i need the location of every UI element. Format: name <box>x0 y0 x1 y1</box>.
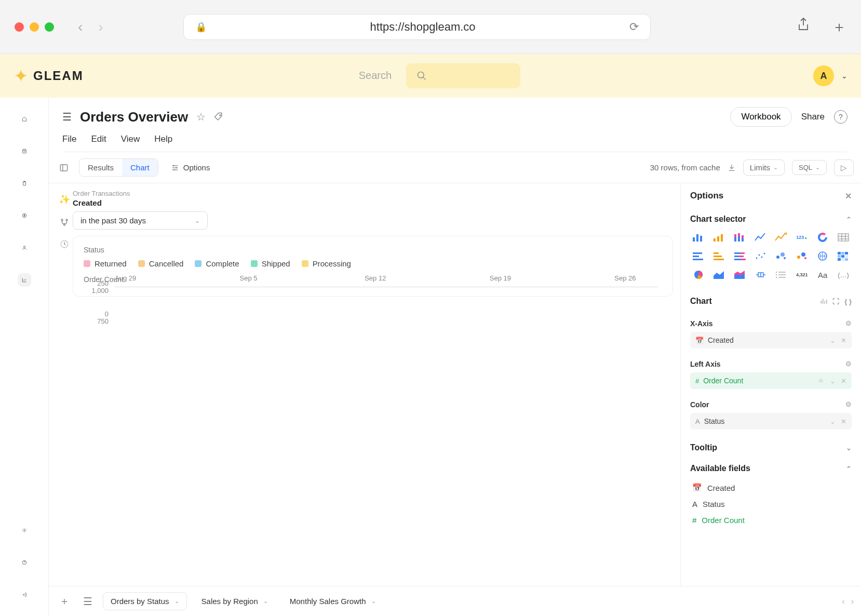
chart-type-number[interactable]: 123▲ <box>793 230 810 245</box>
tab-list-icon[interactable]: ☰ <box>80 592 96 611</box>
code-icon[interactable]: { } <box>844 298 852 305</box>
filter-select[interactable]: in the past 30 days ⌄ <box>73 211 208 230</box>
download-icon[interactable] <box>728 164 736 172</box>
tab-results[interactable]: Results <box>79 159 122 176</box>
tag-icon[interactable] <box>214 112 223 122</box>
chart-type-area[interactable] <box>711 267 728 282</box>
sliders-icon[interactable]: ⚙ <box>845 360 852 368</box>
close-icon[interactable]: ✕ <box>845 191 852 201</box>
sliders-icon[interactable]: ⚙ <box>845 400 852 409</box>
chart-type-text[interactable]: Aa <box>814 267 831 282</box>
chevron-down-icon[interactable]: ⌄ <box>846 444 852 452</box>
menu-help[interactable]: Help <box>154 134 172 144</box>
menu-icon[interactable]: ☰ <box>62 111 72 123</box>
chart-type-scatter[interactable] <box>752 249 769 263</box>
help-icon[interactable] <box>18 556 31 569</box>
workbook-button[interactable]: Workbook <box>730 107 791 127</box>
chevron-up-icon[interactable]: ⌃ <box>846 216 852 223</box>
bottom-tab-1[interactable]: Sales by Region⌄ <box>194 593 275 610</box>
next-icon[interactable]: › <box>851 597 854 606</box>
chart-type-bar-gradient[interactable] <box>711 230 728 245</box>
limits-button[interactable]: Limits⌄ <box>743 159 785 176</box>
logo[interactable]: ✦ GLEAM <box>14 65 84 86</box>
menu-view[interactable]: View <box>121 134 140 144</box>
chart-type-area-stacked[interactable] <box>732 267 748 282</box>
chart-type-pie[interactable] <box>690 267 707 282</box>
sliders-icon[interactable]: ⚙ <box>845 319 852 328</box>
menu-file[interactable]: File <box>62 134 76 144</box>
settings-icon[interactable] <box>18 524 31 537</box>
remove-icon[interactable]: ✕ <box>841 418 846 425</box>
chevron-up-icon[interactable]: ⌃ <box>846 465 852 473</box>
options-button[interactable]: Options <box>166 160 216 175</box>
add-tab-icon[interactable]: ＋ <box>56 591 73 611</box>
chart-type-more[interactable]: (…) <box>835 267 852 282</box>
chart-type-globe[interactable] <box>814 249 831 263</box>
chart-type-hstacked[interactable] <box>732 249 748 263</box>
bar-view-icon[interactable] <box>820 298 827 305</box>
sparkle-tool-icon[interactable]: ✨ <box>59 194 70 205</box>
chevron-down-icon[interactable]: ⌄ <box>841 72 847 80</box>
orders-icon[interactable] <box>18 144 31 158</box>
chart-type-table[interactable] <box>835 230 852 245</box>
maximize-window-icon[interactable] <box>45 22 54 32</box>
menu-edit[interactable]: Edit <box>91 134 106 144</box>
x-axis-field[interactable]: 📅 Created ⌄✕ <box>690 332 852 349</box>
svg-rect-56 <box>845 255 848 258</box>
analytics-icon[interactable] <box>18 273 31 287</box>
new-tab-icon[interactable]: ＋ <box>832 17 846 37</box>
left-axis-field[interactable]: # Order Count ⌄✕ <box>690 372 852 389</box>
chevron-down-icon[interactable]: ⌄ <box>830 377 836 385</box>
chart-type-line-trend[interactable] <box>773 230 790 245</box>
money-icon[interactable] <box>18 209 31 222</box>
home-icon[interactable] <box>18 112 31 126</box>
panel-toggle-icon[interactable] <box>56 160 72 176</box>
avatar[interactable]: A <box>813 65 834 86</box>
branch-icon[interactable] <box>60 218 69 227</box>
search-input[interactable] <box>406 63 520 88</box>
share-icon[interactable] <box>797 17 810 37</box>
chart-type-line[interactable] <box>752 230 769 245</box>
remove-icon[interactable]: ✕ <box>841 377 846 385</box>
chart-type-kpi[interactable]: 4,321 <box>793 267 810 282</box>
forward-icon[interactable]: › <box>98 19 103 35</box>
bottom-tab-2[interactable]: Monthly Sales Growth⌄ <box>282 593 383 610</box>
prev-icon[interactable]: ‹ <box>842 597 844 606</box>
chart-type-stacked-bar[interactable] <box>732 230 748 245</box>
chart-type-bubble-color[interactable] <box>793 249 810 263</box>
lock-icon: 🔒 <box>195 21 207 33</box>
chart-type-heatmap[interactable] <box>835 249 852 263</box>
url-bar[interactable]: 🔒 https://shopgleam.co ⟳ <box>183 14 651 40</box>
available-order-count[interactable]: #Order Count <box>690 512 852 528</box>
chevron-down-icon[interactable]: ⌄ <box>830 418 836 425</box>
text-icon: A <box>692 500 697 508</box>
close-window-icon[interactable] <box>15 22 24 32</box>
remove-icon[interactable]: ✕ <box>841 337 846 344</box>
chart-type-hbar[interactable] <box>690 249 707 263</box>
history-icon[interactable] <box>60 239 69 249</box>
minimize-window-icon[interactable] <box>30 22 39 32</box>
available-created[interactable]: 📅Created <box>690 479 852 496</box>
star-icon[interactable]: ☆ <box>196 111 206 123</box>
share-button[interactable]: Share <box>801 112 825 122</box>
help-circle-icon[interactable]: ? <box>834 110 847 124</box>
expand-icon[interactable]: ⛶ <box>832 298 839 305</box>
reload-icon[interactable]: ⟳ <box>629 20 639 34</box>
tab-chart[interactable]: Chart <box>122 159 158 176</box>
chart-type-list[interactable] <box>773 267 790 282</box>
user-icon[interactable] <box>18 241 31 255</box>
run-button[interactable]: ▷ <box>834 159 854 176</box>
bottom-tab-0[interactable]: Orders by Status⌄ <box>103 592 187 610</box>
sql-button[interactable]: SQL⌄ <box>792 160 827 175</box>
chevron-down-icon[interactable]: ⌄ <box>830 337 836 344</box>
available-status[interactable]: AStatus <box>690 496 852 512</box>
chart-type-bar[interactable] <box>690 230 707 245</box>
back-icon[interactable]: ‹ <box>78 19 83 35</box>
chart-type-hbar-gradient[interactable] <box>711 249 728 263</box>
logout-icon[interactable] <box>18 588 31 601</box>
chart-type-donut[interactable] <box>814 230 831 245</box>
chart-type-boxplot[interactable] <box>752 267 769 282</box>
color-field[interactable]: A Status ⌄✕ <box>690 413 852 430</box>
clipboard-icon[interactable] <box>18 177 31 190</box>
chart-type-bubble[interactable] <box>773 249 790 263</box>
